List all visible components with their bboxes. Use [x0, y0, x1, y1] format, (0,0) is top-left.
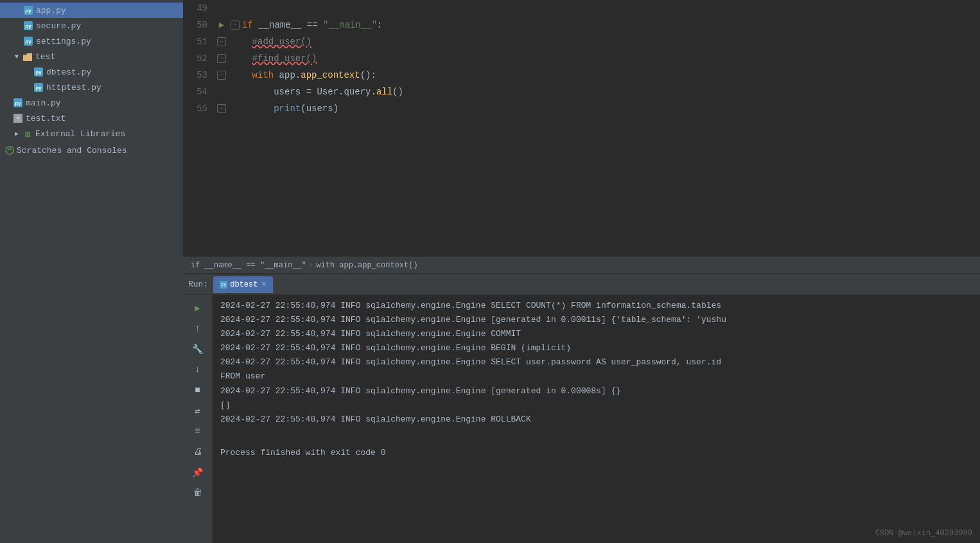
breadcrumb-part1: if __name__ == "__main__" [191, 261, 306, 270]
folder-icon [22, 51, 33, 62]
line-num-55: 55 [183, 100, 215, 117]
code-line-54: 54 users = User.query.all() [183, 84, 980, 100]
run-tab-icon: py [220, 281, 227, 289]
console-output: ▶ ↑ 🔧 ↓ ■ ⇄ ≡ 🖨 📌 🗑 2024-02-27 22:55:40,… [183, 295, 980, 543]
file-tree: py app.py py secure.py py settings.py [0, 0, 183, 543]
gutter-52: − [215, 54, 228, 63]
breadcrumb-arrow: › [309, 261, 313, 270]
filename-dbtest-py: dbtest.py [46, 67, 91, 77]
console-line-4: 2024-02-27 22:55:40,974 INFO sqlalchemy.… [220, 341, 972, 355]
console-line-empty [220, 427, 972, 441]
sidebar-item-settings-py[interactable]: py settings.py [0, 33, 183, 49]
stop-button[interactable]: ■ [189, 381, 207, 399]
line-content-53: with app.app_context(): [228, 67, 980, 84]
console-line-8: [] [220, 398, 972, 413]
line-num-53: 53 [183, 67, 215, 84]
list-button[interactable]: ≡ [189, 422, 207, 440]
console-line-7: 2024-02-27 22:55:40,974 INFO sqlalchemy.… [220, 384, 972, 398]
svg-point-0 [6, 147, 13, 154]
scratches-label: Scratches and Consoles [17, 146, 127, 156]
sidebar-item-dbtest-py[interactable]: py dbtest.py [0, 64, 183, 80]
line-content-51: #add_user() [228, 33, 980, 50]
sidebar-item-main-py[interactable]: py main.py [0, 95, 183, 111]
fold-icon-52[interactable]: − [217, 54, 226, 63]
line-num-51: 51 [183, 33, 215, 50]
tab-close-button[interactable]: × [261, 280, 266, 289]
scroll-up-button[interactable]: ↑ [189, 319, 207, 337]
filename-settings-py: settings.py [36, 37, 91, 46]
console-line-5: 2024-02-27 22:55:40,974 INFO sqlalchemy.… [220, 355, 972, 369]
fold-icon-55[interactable]: − [217, 104, 226, 113]
breadcrumb-part2: with app.app_context() [316, 261, 417, 270]
line-num-52: 52 [183, 50, 215, 67]
console-line-2: 2024-02-27 22:55:40,974 INFO sqlalchemy.… [220, 313, 972, 327]
sidebar: py app.py py secure.py py settings.py [0, 0, 183, 543]
folder-name-test: test [35, 52, 55, 62]
scratches-icon [5, 146, 14, 155]
delete-button[interactable]: 🗑 [189, 484, 207, 502]
sidebar-item-httptest-py[interactable]: py httptest.py [0, 80, 183, 95]
code-line-49: 49 [183, 0, 980, 17]
console-line-9: 2024-02-27 22:55:40,974 INFO sqlalchemy.… [220, 413, 972, 427]
bottom-panel: Run: py dbtest × ▶ ↑ 🔧 ↓ ■ ⇄ ≡ [183, 273, 980, 543]
scroll-down-button[interactable]: ↓ [189, 361, 207, 378]
line-content-50: −if __name__ == "__main__": [228, 17, 980, 33]
filename-app-py: app.py [36, 6, 66, 15]
rerun-button[interactable]: ⇄ [189, 402, 207, 420]
external-libraries-label: External Libraries [35, 129, 125, 139]
fold-icon-53[interactable]: − [217, 71, 226, 80]
line-content-54: users = User.query.all() [228, 84, 980, 100]
console-line-1: 2024-02-27 22:55:40,974 INFO sqlalchemy.… [220, 299, 972, 313]
code-lines: 49 50 ▶ −if __name__ == "__main__": [183, 0, 980, 256]
py-file-icon: py [33, 67, 44, 77]
print-button[interactable]: 🖨 [189, 443, 207, 461]
run-button[interactable]: ▶ [189, 299, 207, 317]
sidebar-item-secure-py[interactable]: py secure.py [0, 18, 183, 33]
sidebar-item-external-libraries[interactable]: ▶ ▥ External Libraries [0, 126, 183, 141]
run-toolbar: ▶ ↑ 🔧 ↓ ■ ⇄ ≡ 🖨 📌 🗑 [183, 295, 213, 543]
gutter-51: − [215, 37, 228, 46]
watermark: CSDN @weixin_40293999 [875, 529, 972, 538]
py-file-icon: py [13, 98, 23, 108]
pin-button[interactable]: 📌 [189, 463, 207, 481]
py-file-icon: py [23, 5, 33, 15]
chevron-right-icon: ▶ [13, 130, 21, 138]
line-num-50: 50 [183, 17, 215, 33]
filename-main-py: main.py [26, 98, 61, 108]
fold-icon-50[interactable]: − [231, 21, 240, 30]
sidebar-item-app-py[interactable]: py app.py [0, 3, 183, 18]
sidebar-item-scratches[interactable]: Scratches and Consoles [0, 141, 183, 159]
console-line-6: FROM user [220, 369, 972, 384]
library-icon: ▥ [22, 129, 33, 139]
breadcrumb-bar: if __name__ == "__main__" › with app.app… [183, 256, 980, 273]
py-file-icon: py [23, 21, 33, 31]
filename-httptest-py: httptest.py [46, 83, 101, 93]
run-tab-bar: Run: py dbtest × [183, 274, 980, 295]
content-area: 49 50 ▶ −if __name__ == "__main__": [183, 0, 980, 543]
py-file-icon: py [33, 82, 44, 93]
filename-test-txt: test.txt [26, 114, 66, 123]
gutter-55: − [215, 104, 228, 113]
gutter-50: ▶ [215, 17, 228, 33]
settings-button[interactable]: 🔧 [189, 340, 207, 358]
fold-icon-51[interactable]: − [217, 37, 226, 46]
run-arrow-icon[interactable]: ▶ [219, 17, 224, 33]
run-label: Run: [188, 280, 208, 289]
line-content-55: print(users) [228, 100, 980, 117]
main-layout: py app.py py secure.py py settings.py [0, 0, 980, 543]
code-editor: 49 50 ▶ −if __name__ == "__main__": [183, 0, 980, 256]
code-line-55: 55 − print(users) [183, 100, 980, 117]
run-tab-dbtest[interactable]: py dbtest × [213, 276, 272, 293]
line-content-52: #find_user() [228, 50, 980, 67]
sidebar-item-test-folder[interactable]: ▼ test [0, 49, 183, 64]
sidebar-item-test-txt[interactable]: ≡ test.txt [0, 111, 183, 126]
line-num-54: 54 [183, 84, 215, 100]
filename-secure-py: secure.py [36, 21, 81, 31]
console-text-output: 2024-02-27 22:55:40,974 INFO sqlalchemy.… [213, 295, 980, 543]
chevron-down-icon: ▼ [13, 53, 21, 60]
code-line-53: 53 − with app.app_context(): [183, 67, 980, 84]
code-line-50: 50 ▶ −if __name__ == "__main__": [183, 17, 980, 33]
code-line-51: 51 − #add_user() [183, 33, 980, 50]
py-file-icon: py [23, 36, 33, 46]
run-tab-name: dbtest [230, 280, 258, 289]
